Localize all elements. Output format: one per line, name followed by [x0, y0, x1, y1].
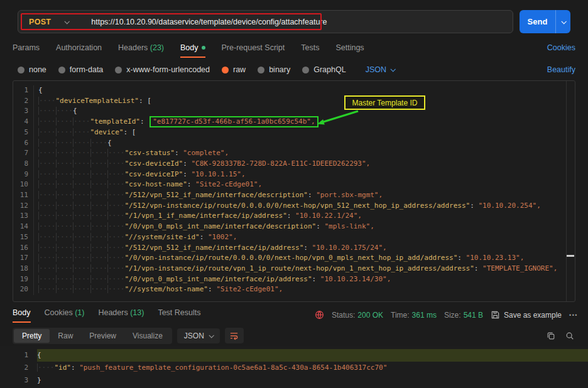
copy-icon[interactable]	[547, 331, 555, 340]
search-icon[interactable]	[565, 331, 574, 340]
request-tabs: Params Authorization Headers (23) Body P…	[13, 40, 575, 58]
time-indicator: Time:361 ms	[391, 311, 437, 320]
code-line: 10····················"csv-host-name": "…	[13, 180, 575, 190]
url-input[interactable]: https://10.10.20.90/dataservice/template…	[77, 18, 327, 26]
line-number: 13	[13, 211, 34, 222]
line-number: 6	[13, 138, 34, 149]
response-body-editor[interactable]: 1{2····"id": "push_feature_template_conf…	[0, 346, 588, 388]
status-indicator: Status:200 OK	[332, 311, 383, 320]
beautify-link[interactable]: Beautify	[547, 65, 575, 74]
response-tab-headers[interactable]: Headers (13)	[98, 308, 144, 323]
line-number: 7	[13, 148, 34, 159]
line-number: 18	[13, 264, 34, 274]
cookies-count-badge: (1)	[75, 308, 84, 317]
cookies-link[interactable]: Cookies	[547, 43, 575, 58]
time-value: 361 ms	[412, 311, 437, 320]
request-body-code: 1{2····"deviceTemplateList": [3········{…	[13, 85, 575, 295]
ssl-warning-globe-icon	[315, 310, 324, 320]
response-meta: Status:200 OK Time:361 ms Size:541 B Sav…	[315, 310, 578, 323]
radio-icon	[18, 67, 24, 73]
size-indicator: Size:541 B	[444, 311, 483, 320]
option-none[interactable]: none	[18, 65, 46, 74]
more-options-button[interactable]: •••	[569, 312, 578, 318]
send-button[interactable]: Send	[520, 10, 555, 33]
editor-scrollbar[interactable]	[566, 81, 575, 301]
radio-icon	[302, 67, 309, 73]
method-label: POST	[29, 18, 51, 26]
line-number: 2	[13, 96, 34, 107]
send-button-group: Send	[520, 10, 570, 33]
line-number: 4	[13, 117, 34, 127]
code-line: 7····················"csv-status": "comp…	[13, 148, 575, 159]
code-line: 14····················"/0/vpn_0_mpls_int…	[13, 222, 575, 232]
radio-icon	[58, 67, 65, 73]
option-binary[interactable]: binary	[258, 65, 290, 74]
tab-settings[interactable]: Settings	[335, 43, 364, 58]
wrap-lines-button[interactable]	[225, 328, 244, 343]
code-line: 18····················"/1/vpn-instance/i…	[13, 264, 575, 274]
radio-icon	[258, 67, 264, 73]
code-line: 4············"templateId": "e817727c-d53…	[13, 117, 575, 127]
code-line: 13····················"/1/vpn_1_if_name/…	[13, 211, 575, 222]
tab-headers[interactable]: Headers (23)	[118, 43, 164, 58]
view-preview[interactable]: Preview	[81, 329, 124, 343]
option-graphql[interactable]: GraphQL	[302, 65, 346, 74]
annotation-green-box: "e817727c-d53f-466b-af56-1a0bc659c54b",	[150, 116, 318, 127]
chevron-down-icon	[561, 19, 566, 24]
option-form-data[interactable]: form-data	[58, 65, 104, 74]
code-line: 16····················"/512/vpn_512_if_n…	[13, 243, 575, 254]
tab-authorization[interactable]: Authorization	[56, 43, 102, 58]
response-format-selector[interactable]: JSON	[177, 328, 220, 343]
line-number: 1	[13, 85, 34, 96]
save-icon	[491, 310, 500, 320]
tab-pre-request-script[interactable]: Pre-request Script	[222, 43, 285, 58]
code-line: 1{	[0, 349, 588, 362]
response-tab-body[interactable]: Body	[13, 308, 31, 323]
line-number: 15	[13, 232, 34, 243]
line-number: 20	[13, 284, 34, 295]
line-number: 2	[0, 362, 33, 374]
code-line: 5············"device": [	[13, 127, 575, 138]
tab-body[interactable]: Body	[180, 43, 205, 58]
code-line: 2····"deviceTemplateList": [	[13, 96, 575, 107]
tab-params[interactable]: Params	[13, 43, 40, 58]
line-number: 14	[13, 222, 34, 232]
wrap-text-icon	[229, 331, 239, 340]
request-body-editor[interactable]: 1{2····"deviceTemplateList": [3········{…	[13, 80, 575, 302]
raw-format-selector[interactable]: JSON	[366, 65, 395, 74]
code-line: 20····················"//system/host-nam…	[13, 284, 575, 295]
postman-window: { "request": { "method": "POST", "url": …	[0, 0, 588, 388]
line-number: 12	[13, 201, 34, 212]
save-as-example-button[interactable]: Save as example	[491, 310, 562, 320]
scrollbar-marker	[567, 255, 574, 257]
radio-selected-icon	[222, 67, 229, 73]
line-number: 10	[13, 180, 34, 190]
code-line: 12····················"/512/vpn-instance…	[13, 201, 575, 212]
response-view-bar: Pretty Raw Preview Visualize JSON	[13, 327, 575, 344]
radio-icon	[115, 67, 122, 73]
url-bar: POST https://10.10.20.90/dataservice/tem…	[18, 10, 513, 33]
view-pretty[interactable]: Pretty	[14, 329, 50, 343]
response-tab-test-results[interactable]: Test Results	[158, 308, 200, 323]
line-number: 9	[13, 170, 34, 180]
body-type-options: none form-data x-www-form-urlencoded raw…	[18, 63, 575, 77]
code-line: 6················{	[13, 138, 575, 149]
response-tab-cookies[interactable]: Cookies (1)	[45, 308, 85, 323]
size-value: 541 B	[464, 311, 483, 320]
headers-count-badge: (23)	[150, 43, 164, 52]
line-number: 19	[13, 274, 34, 285]
request-bar: POST https://10.10.20.90/dataservice/tem…	[18, 10, 570, 33]
view-visualize[interactable]: Visualize	[124, 329, 171, 343]
option-urlencoded[interactable]: x-www-form-urlencoded	[115, 65, 210, 74]
view-raw[interactable]: Raw	[50, 329, 81, 343]
chevron-down-icon	[65, 19, 70, 24]
line-number: 16	[13, 243, 34, 254]
code-line: 19····················"/0/vpn_0_mpls_int…	[13, 274, 575, 285]
option-raw[interactable]: raw	[222, 65, 246, 74]
method-selector[interactable]: POST	[18, 18, 77, 26]
body-modified-dot	[202, 46, 205, 50]
code-line: 8····················"csv-deviceId": "C8…	[13, 159, 575, 170]
send-options-button[interactable]	[555, 10, 570, 33]
line-number: 17	[13, 253, 34, 264]
tab-tests[interactable]: Tests	[301, 43, 319, 58]
